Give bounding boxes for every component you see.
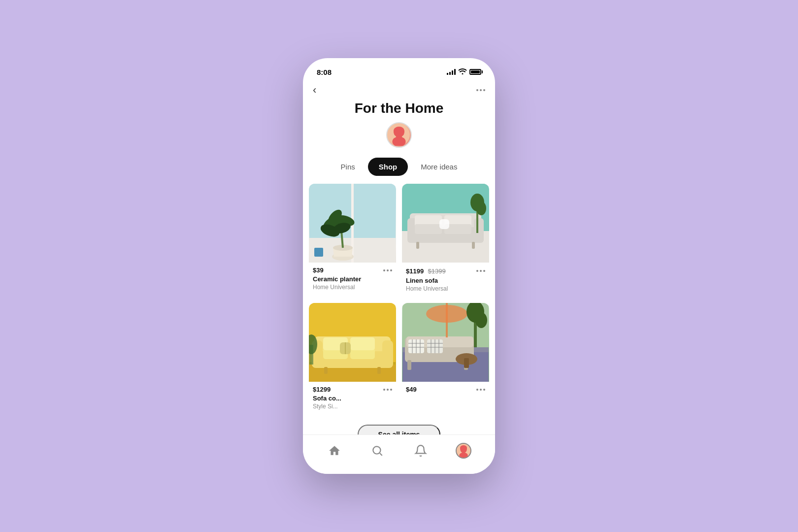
signal-bars-icon — [447, 69, 456, 75]
pin-info-sofa-couch: $1299 Sofa co... Style Si... — [309, 382, 396, 415]
svg-rect-42 — [350, 337, 375, 350]
svg-rect-27 — [472, 242, 475, 249]
pins-grid: $39 Ceramic planter Home Universal — [303, 184, 495, 421]
pin-card-ceramic-planter[interactable]: $39 Ceramic planter Home Universal — [309, 184, 396, 297]
profile-avatar — [456, 443, 471, 459]
pin-price-original: $1399 — [428, 267, 446, 275]
board-header: For the Home — [303, 99, 495, 156]
back-button[interactable]: ‹ — [313, 84, 316, 97]
svg-rect-26 — [416, 242, 419, 249]
tab-pins[interactable]: Pins — [330, 158, 366, 176]
pin-more-button[interactable] — [383, 269, 392, 271]
pin-image-yellow-sofa — [309, 303, 396, 382]
tabs: Pins Shop More ideas — [303, 156, 495, 184]
nav-home[interactable] — [313, 444, 356, 457]
svg-point-71 — [426, 305, 467, 323]
svg-rect-45 — [324, 367, 328, 374]
status-icons — [447, 68, 481, 76]
nav-profile[interactable] — [442, 443, 486, 459]
pin-image-sofa — [402, 184, 489, 263]
pin-store: Home Universal — [313, 284, 392, 291]
pin-more-button[interactable] — [383, 389, 392, 391]
pin-price: $49 — [406, 386, 417, 393]
home-icon — [328, 444, 341, 457]
top-nav: ‹ — [303, 80, 495, 99]
svg-rect-38 — [382, 340, 393, 368]
pin-name: Sofa co... — [313, 395, 392, 402]
svg-point-31 — [476, 201, 486, 215]
pin-image-plant — [309, 184, 396, 263]
wifi-icon — [459, 68, 466, 76]
svg-rect-46 — [377, 367, 381, 374]
svg-rect-69 — [464, 358, 469, 368]
tab-more-ideas[interactable]: More ideas — [410, 158, 468, 176]
nav-search[interactable] — [356, 444, 399, 457]
svg-line-76 — [380, 453, 382, 456]
tab-shop[interactable]: Shop — [368, 158, 408, 176]
pin-info-outdoor: $49 — [402, 382, 489, 399]
svg-rect-53 — [407, 360, 411, 370]
avatar[interactable] — [386, 122, 412, 148]
battery-icon — [469, 69, 481, 75]
pin-more-button[interactable] — [476, 389, 485, 391]
pin-store: Home Universal — [406, 285, 485, 292]
status-time: 8:08 — [317, 68, 332, 76]
svg-point-74 — [475, 312, 487, 328]
phone-frame: 8:08 ‹ — [303, 58, 495, 474]
pin-more-button[interactable] — [476, 270, 485, 272]
pin-price: $1299 — [313, 386, 331, 393]
pin-card-sofa-couch[interactable]: $1299 Sofa co... Style Si... — [309, 303, 396, 415]
pin-price: $39 — [313, 266, 324, 274]
svg-rect-15 — [314, 248, 323, 257]
svg-rect-21 — [474, 218, 484, 243]
more-options-button[interactable] — [476, 89, 485, 91]
pin-card-outdoor[interactable]: $49 — [402, 303, 489, 415]
pin-name: Linen sofa — [406, 277, 485, 284]
svg-point-75 — [373, 446, 381, 454]
board-title: For the Home — [355, 100, 443, 116]
pin-store: Style Si... — [313, 403, 392, 410]
pin-card-linen-sofa[interactable]: $1199 $1399 Linen sofa Home Universal — [402, 184, 489, 297]
pin-price: $1199 — [406, 267, 424, 275]
search-icon — [371, 444, 384, 457]
nav-notifications[interactable] — [399, 444, 442, 457]
content-area: ‹ For the Home — [303, 80, 495, 434]
status-bar: 8:08 — [303, 58, 495, 80]
pin-info-ceramic-planter: $39 Ceramic planter Home Universal — [309, 263, 396, 296]
svg-rect-24 — [415, 224, 442, 234]
pin-info-linen-sofa: $1199 $1399 Linen sofa Home Universal — [402, 263, 489, 297]
see-all-bar: See all items — [303, 421, 495, 434]
svg-rect-28 — [439, 219, 449, 229]
see-all-button[interactable]: See all items — [358, 425, 441, 434]
bell-icon — [414, 444, 427, 457]
pin-image-outdoor — [402, 303, 489, 382]
pin-name: Ceramic planter — [313, 275, 392, 283]
bottom-nav — [303, 434, 495, 474]
